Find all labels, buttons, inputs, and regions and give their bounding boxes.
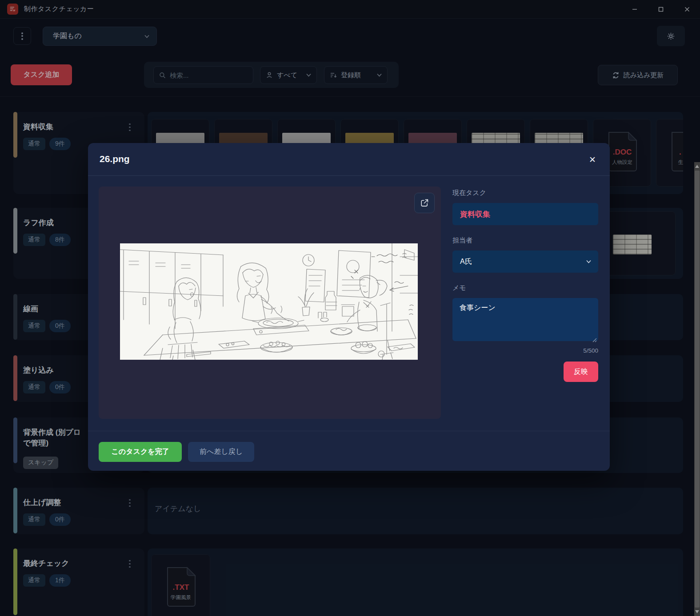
modal-side-panel: 現在タスク 資料収集 担当者 A氏 メモ 食事シーン 5/500 反映 [452, 189, 598, 382]
resize-grip-icon[interactable] [592, 336, 597, 341]
assignee-label: 担当者 [452, 236, 598, 245]
open-external-button[interactable] [414, 193, 435, 213]
memo-textarea[interactable]: 食事シーン [452, 298, 598, 341]
assignee-value: A氏 [460, 257, 582, 266]
item-detail-modal: 26.png ✕ [88, 143, 610, 471]
modal-footer: このタスクを完了 前へ差し戻し [88, 431, 610, 471]
char-counter: 5/500 [452, 347, 598, 354]
memo-label: メモ [452, 284, 598, 292]
modal-title: 26.png [100, 154, 130, 164]
send-back-button[interactable]: 前へ差し戻し [188, 442, 254, 462]
complete-task-button[interactable]: このタスクを完了 [99, 442, 182, 462]
chevron-down-icon [586, 260, 591, 263]
modal-header: 26.png ✕ [88, 143, 610, 176]
vertical-scrollbar[interactable] [694, 162, 700, 616]
current-task-box: 資料収集 [452, 203, 598, 225]
app-window: 制作タスクチェッカー 学園もの タスク追加 [0, 0, 700, 616]
assignee-select[interactable]: A氏 [452, 250, 598, 273]
external-link-icon [420, 198, 429, 208]
scroll-up-arrow[interactable] [694, 163, 700, 170]
current-task-value: 資料収集 [460, 209, 490, 219]
modal-close-button[interactable]: ✕ [586, 153, 599, 166]
scroll-down-arrow[interactable] [694, 608, 700, 615]
preview-image-meal-scene-sketch[interactable] [120, 243, 418, 360]
apply-button[interactable]: 反映 [564, 362, 598, 382]
image-preview-panel [99, 187, 441, 419]
scrollbar-thumb[interactable] [695, 171, 700, 608]
current-task-label: 現在タスク [452, 189, 598, 197]
